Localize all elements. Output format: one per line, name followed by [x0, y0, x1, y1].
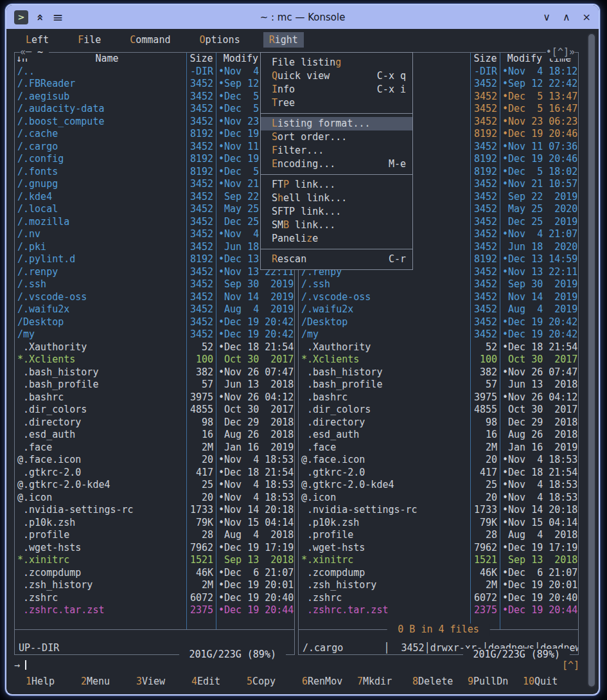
file-row[interactable]: /.cargo3452•Nov 11 07:36 — [15, 141, 294, 154]
file-row[interactable]: /.fonts8192•Dec 5 18:02 — [15, 166, 294, 179]
file-row[interactable]: .zsh_history2M•Dec 19 20:01 — [299, 579, 578, 592]
file-row[interactable]: .bashrc3975•Nov 26 04:12 — [299, 391, 578, 404]
file-row[interactable]: /.gnupg3452•Nov 21 10:57 — [15, 178, 294, 191]
file-row[interactable]: /.cache8192•Dec 19 20:46 — [15, 128, 294, 141]
maximize-button[interactable]: ∧ — [563, 12, 570, 22]
fkey-renmov[interactable]: 6RenMov — [302, 674, 357, 688]
command-line[interactable]: → — [14, 659, 26, 672]
file-row[interactable]: /.config8192•Dec 19 20:46 — [15, 153, 294, 166]
file-row[interactable]: /.local3452 May 25 2020 — [15, 203, 294, 216]
file-row[interactable]: /Desktop3452•Dec 19 20:42 — [299, 316, 578, 329]
file-row[interactable]: /..-DIR•Nov 4 18:12 — [15, 66, 294, 78]
file-row[interactable]: .zshrc6072•Dec 19 20:40 — [299, 592, 578, 605]
file-row[interactable]: /.audacity-data3452•Dec 5 16:47 — [15, 103, 294, 116]
file-row[interactable]: .directory98 Dec 29 2018 — [15, 417, 294, 429]
scrollbar-thumb[interactable] — [588, 34, 595, 687]
menu-left[interactable]: Left — [20, 32, 55, 48]
fkey-mkdir[interactable]: 7Mkdir — [357, 674, 412, 688]
file-row[interactable]: /.vscode-oss3452 Nov 14 2019 — [15, 291, 294, 304]
dropdown-item-info[interactable]: InfoC-x i — [261, 83, 412, 96]
file-row[interactable]: .nvidia-settings-rc1733•Nov 14 20:18 — [15, 504, 294, 517]
fkey-pulldn[interactable]: 9PullDn — [468, 674, 523, 688]
file-row[interactable]: *.xinitrc1521 Sep 13 2018 — [15, 554, 294, 567]
file-row[interactable]: @.face.icon20•Nov 4 18:53 — [299, 454, 578, 467]
fkey-delete[interactable]: 8Delete — [412, 674, 468, 688]
dropdown-item-sort-order[interactable]: Sort order... — [261, 130, 412, 144]
file-row[interactable]: /Desktop3452•Dec 19 20:42 — [15, 316, 294, 329]
file-row[interactable]: .zsh_history2M•Dec 19 20:01 — [15, 579, 294, 592]
dropdown-item-sftp-link[interactable]: SFTP link... — [261, 205, 412, 219]
pulldown-hint[interactable]: [^] — [562, 659, 579, 672]
dropdown-item-smb-link[interactable]: SMB link... — [261, 219, 412, 232]
file-row[interactable]: /.pylint.d8192•Dec 13 14:59 — [15, 253, 294, 266]
menu-right[interactable]: Right — [263, 32, 304, 48]
file-row[interactable]: @.icon20•Nov 4 18:53 — [15, 492, 294, 505]
file-row[interactable]: .Xauthority52•Dec 18 21:54 — [15, 341, 294, 354]
file-row[interactable]: .bash_profile57 Jun 13 2018 — [299, 379, 578, 391]
file-row[interactable]: @.gtkrc-2.0-kde425•Nov 4 18:53 — [15, 479, 294, 492]
dropdown-item-listing-format[interactable]: Listing format... — [261, 117, 412, 130]
file-row[interactable]: .profile28 Aug 4 2018 — [299, 529, 578, 542]
file-row[interactable]: /.pki3452 Jun 18 2020 — [15, 241, 294, 254]
dropdown-item-tree[interactable]: Tree — [261, 96, 412, 110]
panel-collapse-icon[interactable]: «─ — [20, 46, 31, 58]
dropdown-item-quick-view[interactable]: Quick viewC-x q — [261, 69, 412, 83]
dropdown-item-shell-link[interactable]: Shell link... — [261, 192, 412, 205]
file-row[interactable]: .zshrc6072•Dec 19 20:40 — [15, 592, 294, 605]
file-row[interactable]: .bashrc3975•Nov 26 04:12 — [15, 391, 294, 404]
file-row[interactable]: /.aegisub3452•Dec 5 13:47 — [15, 91, 294, 103]
file-row[interactable]: .zcompdump46K•Dec 6 21:07 — [299, 567, 578, 580]
file-row[interactable]: /.kde43452 Sep 22 2019 — [15, 191, 294, 204]
titlebar[interactable]: > « ≡ ~ : mc — Konsole ∨ ∧ × — [6, 5, 599, 29]
file-row[interactable]: .esd_auth16 Aug 26 2018 — [299, 429, 578, 442]
column-header-size[interactable]: Size — [470, 53, 500, 66]
file-row[interactable]: .esd_auth16 Aug 26 2018 — [15, 429, 294, 442]
file-row[interactable]: /.vscode-oss3452 Nov 14 2019 — [299, 291, 578, 304]
file-row[interactable]: .p10k.zsh79K•Nov 15 04:14 — [299, 517, 578, 530]
terminal-scrollbar[interactable] — [587, 33, 596, 688]
file-row[interactable]: .profile28 Aug 4 2018 — [15, 529, 294, 542]
file-row[interactable]: @.icon20•Nov 4 18:53 — [299, 492, 578, 505]
hamburger-menu-icon[interactable]: ≡ — [53, 11, 64, 24]
menu-options[interactable]: Options — [193, 32, 245, 48]
menu-file[interactable]: File — [72, 32, 107, 48]
fkey-view[interactable]: 3View — [136, 674, 191, 688]
file-row[interactable]: *.Xclients100 Oct 30 2017 — [15, 354, 294, 366]
file-row[interactable]: *.Xclients100 Oct 30 2017 — [299, 354, 578, 366]
column-header-size[interactable]: Size — [186, 53, 216, 66]
file-row[interactable]: .dir_colors4855 Oct 30 2017 — [299, 404, 578, 417]
file-row[interactable]: .Xauthority52•Dec 18 21:54 — [299, 341, 578, 354]
file-row[interactable]: /.boost_compute3452•Nov 23 06:23 — [15, 116, 294, 129]
file-row[interactable]: /.waifu2x3452 Aug 4 2019 — [299, 303, 578, 316]
file-row[interactable]: @.gtkrc-2.0-kde425•Nov 4 18:53 — [299, 479, 578, 492]
close-button[interactable]: × — [583, 12, 591, 22]
minimize-button[interactable]: ∨ — [543, 12, 550, 22]
file-row[interactable]: *.xinitrc1521 Sep 13 2018 — [299, 554, 578, 567]
file-row[interactable]: .face2M Jan 16 2019 — [299, 442, 578, 454]
file-row[interactable]: .wget-hsts7962•Dec 19 17:19 — [299, 542, 578, 555]
dropdown-item-panelize[interactable]: Panelize — [261, 232, 412, 246]
file-row[interactable]: .nvidia-settings-rc1733•Nov 14 20:18 — [299, 504, 578, 517]
dropdown-item-filter[interactable]: Filter... — [261, 144, 412, 157]
file-row[interactable]: .zshrc.tar.zst2375•Dec 19 20:44 — [15, 604, 294, 617]
file-row[interactable]: .zcompdump46K•Dec 6 21:07 — [15, 567, 294, 580]
dropdown-item-encoding[interactable]: Encoding...M-e — [261, 157, 412, 171]
fkey-copy[interactable]: 5Copy — [247, 674, 302, 688]
file-row[interactable]: .bash_profile57 Jun 13 2018 — [15, 379, 294, 391]
file-row[interactable]: .directory98 Dec 29 2018 — [299, 417, 578, 429]
file-row[interactable]: .p10k.zsh79K•Nov 15 04:14 — [15, 517, 294, 530]
fkey-help[interactable]: 1Help — [26, 674, 81, 688]
file-row[interactable]: /.waifu2x3452 Aug 4 2019 — [15, 303, 294, 316]
file-row[interactable]: .dir_colors4855 Oct 30 2017 — [15, 404, 294, 417]
panel-path[interactable]: ~ — [31, 46, 49, 58]
file-row[interactable]: /.ssh3452 Sep 30 2019 — [15, 278, 294, 291]
file-row[interactable]: .gtkrc-2.0417•Dec 18 21:54 — [15, 467, 294, 480]
right-panel-scroll-marker[interactable]: •[^]» — [546, 46, 575, 58]
fkey-quit[interactable]: 10Quit — [523, 674, 578, 688]
file-row[interactable]: /.renpy3452•Nov 13 22:11 — [15, 266, 294, 279]
file-row[interactable]: /my3452•Dec 19 20:42 — [15, 328, 294, 341]
column-header-name[interactable]: Name — [28, 53, 186, 66]
file-row[interactable]: .bash_history382•Nov 26 07:47 — [15, 366, 294, 379]
file-row[interactable]: /.FBReader3452•Sep 12 22:42 — [15, 78, 294, 91]
file-row[interactable]: @.face.icon20•Nov 4 18:53 — [15, 454, 294, 467]
